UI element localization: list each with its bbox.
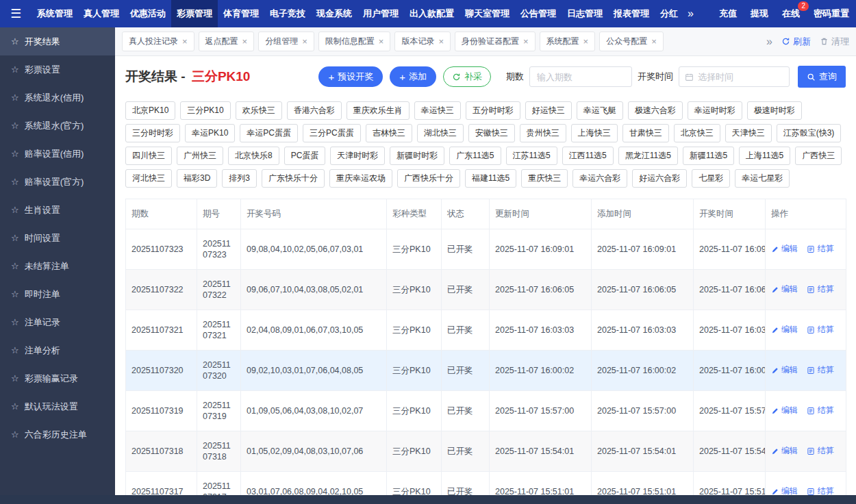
lottery-type-tab[interactable]: 湖北快三 [417, 124, 464, 142]
settle-link[interactable]: 结算 [807, 243, 833, 255]
tab-close-icon[interactable]: × [583, 37, 589, 46]
lottery-type-tab[interactable]: 天津快三 [725, 124, 772, 142]
edit-link[interactable]: 编辑 [771, 405, 798, 416]
lottery-type-tab[interactable]: 幸运PK10 [185, 124, 235, 142]
lottery-type-tab[interactable]: 江西11选5 [562, 147, 614, 165]
settle-link[interactable]: 结算 [807, 324, 833, 336]
sidebar-item[interactable]: ☆ 开奖结果 [0, 27, 115, 55]
lottery-type-tab[interactable]: 幸运时时彩 [688, 101, 742, 120]
page-tab[interactable]: 返点配置 × [199, 32, 255, 51]
sidebar-item[interactable]: ☆ 系统退水(信用) [0, 84, 115, 112]
sidebar-item[interactable]: ☆ 时间设置 [0, 224, 115, 252]
lottery-type-tab[interactable]: 贵州快三 [520, 124, 566, 142]
lottery-type-tab[interactable]: 三分PC蛋蛋 [303, 124, 361, 142]
lottery-type-tab[interactable]: 三分时时彩 [125, 124, 180, 142]
lottery-type-tab[interactable]: 新疆时时彩 [390, 147, 444, 165]
tab-close-icon[interactable]: × [302, 37, 307, 46]
top-menu-item[interactable]: 日志管理 [562, 0, 608, 27]
settle-link[interactable]: 结算 [807, 364, 833, 376]
sidebar-item[interactable]: ☆ 注单分析 [0, 336, 115, 364]
top-right-item[interactable]: 密码重置 [807, 0, 856, 27]
sidebar-item[interactable]: ☆ 未结算注单 [0, 252, 115, 280]
hamburger-menu-icon[interactable]: ☰ [0, 6, 32, 21]
page-tab[interactable]: 身份验证器配置 × [455, 32, 536, 51]
lottery-type-tab[interactable]: 天津时时彩 [330, 147, 385, 165]
lottery-type-tab[interactable]: 广西快乐十分 [397, 169, 460, 188]
tab-close-icon[interactable]: × [182, 37, 188, 46]
lottery-type-tab[interactable]: 广东11选5 [449, 147, 501, 165]
lottery-type-tab[interactable]: 重庆幸运农场 [329, 169, 392, 188]
page-tab[interactable]: 版本记录 × [394, 32, 451, 51]
lottery-type-tab[interactable]: 上海快三 [571, 124, 618, 142]
top-menu-item[interactable]: 现金系统 [311, 0, 357, 27]
lottery-type-tab[interactable]: 五分时时彩 [466, 101, 520, 120]
lottery-type-tab[interactable]: 幸运快三 [414, 101, 461, 120]
lottery-type-tab[interactable]: 江苏11选5 [506, 147, 557, 165]
top-menu-item[interactable]: 优惠活动 [125, 0, 171, 27]
sidebar-item[interactable]: ☆ 注单记录 [0, 308, 115, 336]
page-tab[interactable]: 系统配置 × [540, 32, 596, 51]
tab-close-icon[interactable]: × [242, 37, 248, 46]
lottery-type-tab[interactable]: 北京快乐8 [228, 147, 279, 165]
sidebar-item[interactable]: ☆ 生肖设置 [0, 196, 115, 224]
top-right-item[interactable]: 提现 [744, 0, 775, 27]
top-menu-item[interactable]: 彩票管理 [171, 0, 218, 27]
nav-overflow-chevron-icon[interactable]: » [683, 8, 698, 20]
lottery-type-tab[interactable]: 好运六合彩 [632, 169, 687, 188]
page-tab[interactable]: 公众号配置 × [599, 32, 664, 51]
lottery-type-tab[interactable]: 极速六合彩 [628, 101, 683, 120]
lottery-type-tab[interactable]: 广州快三 [177, 147, 223, 165]
tab-close-icon[interactable]: × [651, 37, 657, 46]
top-menu-item[interactable]: 出入款配置 [404, 0, 460, 27]
page-tab[interactable]: 限制信息配置 × [318, 32, 391, 51]
page-tab[interactable]: 真人投注记录 × [122, 32, 194, 51]
top-menu-item[interactable]: 公告管理 [515, 0, 562, 27]
edit-link[interactable]: 编辑 [771, 243, 798, 255]
add-button[interactable]: + 添加 [390, 66, 436, 87]
lottery-type-tab[interactable]: 三分PK10 [180, 101, 230, 120]
lottery-type-tab[interactable]: 七星彩 [692, 169, 730, 188]
lottery-type-tab[interactable]: 江苏骰宝(快3) [777, 124, 842, 142]
settle-link[interactable]: 结算 [807, 405, 833, 416]
edit-link[interactable]: 编辑 [771, 364, 798, 376]
lottery-type-tab[interactable]: 甘肃快三 [622, 124, 669, 142]
recollect-button[interactable]: 补采 [443, 66, 491, 87]
lottery-type-tab[interactable]: 河北快三 [125, 169, 172, 188]
lottery-type-tab[interactable]: 广东快乐十分 [262, 169, 325, 188]
lottery-type-tab[interactable]: 幸运七星彩 [735, 169, 790, 188]
lottery-type-tab[interactable]: 四川快三 [125, 147, 172, 165]
edit-link[interactable]: 编辑 [771, 324, 798, 336]
lottery-type-tab[interactable]: 香港六合彩 [287, 101, 342, 120]
clear-button[interactable]: 清理 [820, 36, 849, 48]
settle-link[interactable]: 结算 [807, 284, 833, 295]
edit-link[interactable]: 编辑 [771, 445, 798, 457]
search-button[interactable]: 查询 [798, 66, 846, 88]
lottery-type-tab[interactable]: 欢乐快三 [236, 101, 282, 120]
top-menu-item[interactable]: 报表管理 [608, 0, 655, 27]
lottery-type-tab[interactable]: 黑龙江11选5 [618, 147, 678, 165]
tab-close-icon[interactable]: × [438, 37, 444, 46]
settle-link[interactable]: 结算 [807, 445, 833, 457]
tab-close-icon[interactable]: × [379, 37, 384, 46]
top-menu-item[interactable]: 系统管理 [32, 0, 78, 27]
sidebar-item[interactable]: ☆ 系统退水(官方) [0, 112, 115, 140]
sidebar-item[interactable]: ☆ 六合彩历史注单 [0, 420, 115, 449]
lottery-type-tab[interactable]: 重庆快三 [521, 169, 568, 188]
lottery-type-tab[interactable]: 幸运PC蛋蛋 [240, 124, 298, 142]
edit-link[interactable]: 编辑 [771, 284, 798, 295]
top-right-item[interactable]: 充值 [712, 0, 744, 27]
top-menu-item[interactable]: 体育管理 [218, 0, 264, 27]
lottery-type-tab[interactable]: 排列3 [222, 169, 257, 188]
lottery-type-tab[interactable]: 新疆11选5 [683, 147, 734, 165]
lottery-type-tab[interactable]: 北京快三 [674, 124, 720, 142]
lottery-type-tab[interactable]: 重庆欢乐生肖 [347, 101, 410, 120]
lottery-type-tab[interactable]: 幸运六合彩 [572, 169, 627, 188]
refresh-button[interactable]: 刷新 [781, 36, 811, 48]
lottery-type-tab[interactable]: 安徽快三 [468, 124, 515, 142]
lottery-type-tab[interactable]: 幸运飞艇 [577, 101, 623, 120]
lottery-type-tab[interactable]: 好运快三 [525, 101, 572, 120]
top-menu-item[interactable]: 分红 [655, 0, 683, 27]
draw-time-picker[interactable] [679, 66, 790, 87]
top-menu-item[interactable]: 电子竞技 [264, 0, 311, 27]
draw-time-input[interactable] [698, 72, 783, 82]
